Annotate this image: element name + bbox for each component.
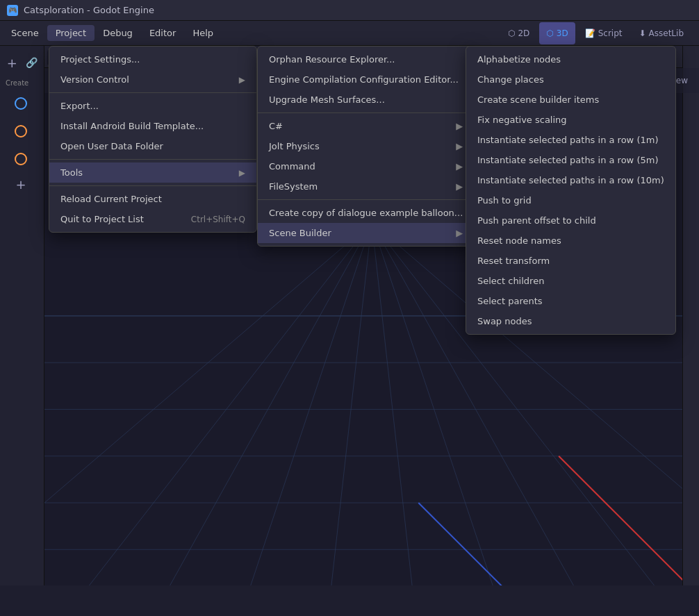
add-scene-button[interactable]: + (3, 174, 39, 194)
menu-help[interactable]: Help (184, 25, 222, 41)
sb-reset-names[interactable]: Reset node names (466, 231, 675, 251)
tools-dialogue-balloon[interactable]: Create copy of dialogue example balloon.… (258, 203, 474, 223)
project-menu: Project Settings... Version Control ▶ Ex… (49, 46, 257, 233)
command-arrow: ▶ (456, 161, 463, 172)
jolt-arrow: ▶ (456, 141, 463, 151)
toolbar-3d-btn[interactable]: ⬡3D (539, 22, 575, 44)
sb-instantiate-10m[interactable]: Instantiate selected paths in a row (10m… (466, 170, 675, 190)
tools-scene-builder[interactable]: Scene Builder ▶ (258, 223, 474, 243)
circle-orange-1 (15, 125, 27, 138)
node-blue-1 (3, 91, 39, 116)
sb-create-items[interactable]: Create scene builder items (466, 90, 675, 110)
app-icon: 🎮 (7, 5, 18, 16)
pm-android[interactable]: Install Android Build Template... (49, 116, 256, 136)
toolbar-assetlib-btn[interactable]: ⬇AssetLib (632, 22, 691, 44)
sb-select-parents[interactable]: Select parents (466, 291, 675, 311)
tools-orphan[interactable]: Orphan Resource Explorer... (258, 49, 474, 69)
tools-engine-comp[interactable]: Engine Compilation Configuration Editor.… (258, 69, 474, 90)
menu-scene[interactable]: Scene (3, 25, 47, 41)
sb-push-grid[interactable]: Push to grid (466, 190, 675, 210)
sb-alphabetize[interactable]: Alphabetize nodes (466, 49, 675, 69)
sidebar: + 🔗 Create + (0, 46, 44, 585)
csharp-arrow: ▶ (456, 121, 463, 131)
tools-csharp[interactable]: C# ▶ (258, 116, 474, 136)
circle-blue (15, 97, 27, 110)
pm-tools[interactable]: Tools ▶ (49, 163, 256, 183)
pm-sep-2 (49, 159, 256, 160)
create-label: Create (3, 78, 41, 88)
scenebuilder-submenu: Alphabetize nodes Change places Create s… (466, 46, 676, 335)
sb-select-children[interactable]: Select children (466, 271, 675, 291)
sb-reset-transform[interactable]: Reset transform (466, 251, 675, 271)
window-title: Catsploration - Godot Engine (24, 5, 154, 15)
pm-sep-1 (49, 92, 256, 93)
tools-filesystem[interactable]: FileSystem ▶ (258, 176, 474, 197)
tools-sep-1 (258, 113, 474, 113)
toolbar-script-btn[interactable]: 📝Script (578, 22, 630, 44)
sb-swap-nodes[interactable]: Swap nodes (466, 311, 675, 331)
scene-builder-arrow: ▶ (456, 228, 463, 238)
sb-instantiate-5m[interactable]: Instantiate selected paths in a row (5m) (466, 150, 675, 170)
add-node-button[interactable]: + (3, 53, 22, 72)
right-panel (682, 46, 699, 585)
sb-instantiate-1m[interactable]: Instantiate selected paths in a row (1m) (466, 130, 675, 150)
tools-command[interactable]: Command ▶ (258, 156, 474, 176)
menu-editor[interactable]: Editor (141, 25, 184, 41)
tools-sep-2 (258, 199, 474, 200)
node-orange-2 (3, 147, 39, 172)
pm-sep-3 (49, 185, 256, 186)
tools-submenu: Orphan Resource Explorer... Engine Compi… (257, 46, 475, 247)
pm-version-control[interactable]: Version Control ▶ (49, 69, 256, 90)
pm-quit[interactable]: Quit to Project List Ctrl+Shift+Q (49, 209, 256, 229)
pm-quit-shortcut: Ctrl+Shift+Q (191, 215, 245, 224)
sb-push-offset[interactable]: Push parent offset to child (466, 210, 675, 231)
tools-upgrade-mesh[interactable]: Upgrade Mesh Surfaces... (258, 90, 474, 110)
menu-debug[interactable]: Debug (94, 25, 141, 41)
sb-change-places[interactable]: Change places (466, 69, 675, 90)
pm-project-settings[interactable]: Project Settings... (49, 49, 256, 69)
titlebar: 🎮 Catsploration - Godot Engine (0, 0, 699, 21)
pm-tools-arrow: ▶ (239, 168, 245, 178)
pm-export[interactable]: Export... (49, 96, 256, 116)
toolbar-2d-btn[interactable]: ⬡2D (501, 22, 536, 44)
link-node-button[interactable]: 🔗 (23, 53, 42, 72)
pm-vc-arrow: ▶ (239, 75, 245, 85)
pm-user-data[interactable]: Open User Data Folder (49, 136, 256, 156)
sb-fix-scaling[interactable]: Fix negative scaling (466, 110, 675, 130)
menubar: Scene Project Debug Editor Help ⬡2D ⬡3D … (0, 21, 699, 46)
tools-jolt[interactable]: Jolt Physics ▶ (258, 136, 474, 156)
filesystem-arrow: ▶ (456, 181, 463, 192)
menu-project[interactable]: Project (47, 25, 94, 41)
pm-reload[interactable]: Reload Current Project (49, 189, 256, 209)
node-orange-1 (3, 119, 39, 144)
circle-orange-2 (15, 153, 27, 165)
